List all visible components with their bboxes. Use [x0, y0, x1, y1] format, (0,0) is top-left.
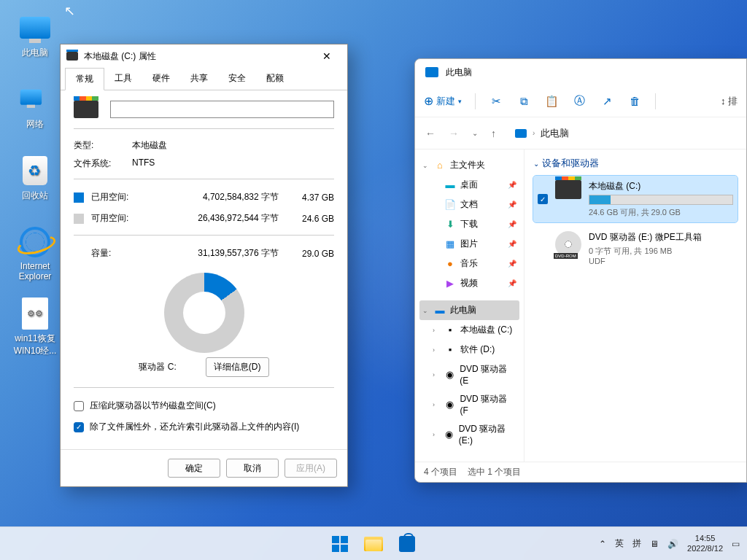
delete-icon[interactable]: 🗑 [627, 94, 642, 109]
drive-name-input[interactable] [110, 101, 334, 118]
free-gb: 24.6 GB [289, 214, 334, 224]
drive-subtitle: 24.6 GB 可用, 共 29.0 GB [589, 207, 733, 218]
tree-videos[interactable]: ▶视频📌 [430, 273, 519, 293]
dialog-title: 本地磁盘 (C:) 属性 [84, 50, 156, 63]
tab-tools[interactable]: 工具 [104, 68, 142, 90]
clock-time: 14:55 [687, 534, 723, 543]
pin-icon: 📌 [508, 181, 516, 189]
checkbox-icon[interactable]: ✓ [74, 422, 84, 432]
tree-dvd-f[interactable]: ›◉DVD 驱动器 (F [430, 389, 519, 419]
up-button[interactable]: ↑ [491, 128, 496, 139]
used-swatch [74, 192, 84, 203]
explorer-titlebar[interactable]: 此电脑 [415, 59, 746, 85]
pin-icon: 📌 [508, 201, 516, 209]
checkbox-icon[interactable] [74, 401, 84, 411]
clock-date: 2022/8/12 [687, 544, 723, 553]
used-label: 已用空间: [91, 191, 144, 203]
drive-name: DVD 驱动器 (E:) 微PE工具箱 [589, 231, 733, 244]
file-icon [22, 298, 48, 330]
copy-icon[interactable]: ⧉ [516, 94, 531, 109]
explorer-statusbar: 4 个项目 选中 1 个项目 [415, 462, 746, 482]
drive-fs: UDF [589, 257, 733, 265]
desktop-icon-network[interactable]: 网络 [7, 82, 63, 131]
tree-dvd-e[interactable]: ›◉DVD 驱动器 (E [430, 359, 519, 389]
tab-sharing[interactable]: 共享 [180, 68, 218, 90]
drive-item-c[interactable]: ✓ 本地磁盘 (C:) 24.6 GB 可用, 共 29.0 GB [533, 176, 738, 222]
new-button[interactable]: ⊕新建▾ [424, 94, 462, 108]
cancel-button[interactable]: 取消 [226, 459, 279, 478]
sort-button[interactable]: ↕ 排 [721, 95, 738, 108]
desktop-icon-ie[interactable]: Internet Explorer [7, 225, 63, 281]
explorer-title-text: 此电脑 [446, 66, 472, 79]
desktop-icon-recyclebin[interactable]: 回收站 [7, 153, 63, 202]
ie-icon [20, 227, 50, 257]
desktop-icon-thispc[interactable]: 此电脑 [7, 10, 63, 59]
tree-dvd-e2[interactable]: ›◉DVD 驱动器 (E:) [430, 419, 519, 449]
tab-general[interactable]: 常规 [65, 68, 104, 90]
store-taskbar-button[interactable] [392, 529, 422, 559]
explorer-window: 此电脑 ⊕新建▾ ✂ ⧉ 📋 Ⓐ ↗ 🗑 ↕ 排 ← → ⌄ ↑ › 此电脑 ⌄… [414, 58, 747, 483]
explorer-taskbar-button[interactable] [359, 529, 388, 559]
dvd-icon [555, 231, 581, 257]
tray-overflow[interactable]: ⌃ [599, 539, 606, 549]
explorer-tree: ⌄⌂主文件夹 ▬桌面📌 📄文档📌 ⬇下载📌 ▦图片📌 ●音乐📌 ▶视频📌 ⌄▬此… [415, 149, 525, 462]
index-checkbox-row[interactable]: ✓ 除了文件属性外，还允许索引此驱动器上文件的内容(I) [74, 416, 334, 438]
ime-mode[interactable]: 拼 [632, 537, 641, 550]
section-header[interactable]: ⌄设备和驱动器 [533, 157, 738, 170]
tree-music[interactable]: ●音乐📌 [430, 254, 519, 273]
tree-desktop[interactable]: ▬桌面📌 [430, 175, 519, 195]
network-icon [20, 90, 42, 105]
paste-icon[interactable]: 📋 [544, 94, 559, 109]
cap-bytes: 31,139,557,376 字节 [144, 247, 289, 260]
icon-label: 此电脑 [7, 47, 63, 59]
volume-tray-icon[interactable]: 🔊 [667, 539, 678, 549]
taskbar: ⌃ 英 拼 🖥 🔊 14:55 2022/8/12 ▭ [0, 526, 747, 560]
tree-drive-d[interactable]: ›▪软件 (D:) [430, 340, 519, 359]
tree-home[interactable]: ⌄⌂主文件夹 [419, 155, 519, 175]
index-label: 除了文件属性外，还允许索引此驱动器上文件的内容(I) [90, 421, 299, 433]
tree-drive-c[interactable]: ›▪本地磁盘 (C:) [430, 320, 519, 340]
network-tray-icon[interactable]: 🖥 [650, 539, 659, 549]
tree-pictures[interactable]: ▦图片📌 [430, 234, 519, 254]
checkbox-icon[interactable]: ✓ [538, 194, 548, 204]
history-dropdown[interactable]: ⌄ [472, 129, 478, 137]
tree-documents[interactable]: 📄文档📌 [430, 195, 519, 214]
tree-thispc[interactable]: ⌄▬此电脑 [419, 300, 519, 320]
dialog-titlebar[interactable]: 本地磁盘 (C:) 属性 ✕ [61, 44, 347, 68]
mouse-cursor: ↖ [64, 3, 75, 19]
ime-lang[interactable]: 英 [615, 537, 624, 550]
tab-bar: 常规 工具 硬件 共享 安全 配额 [61, 68, 347, 90]
explorer-toolbar: ⊕新建▾ ✂ ⧉ 📋 Ⓐ ↗ 🗑 ↕ 排 [415, 85, 746, 117]
back-button[interactable]: ← [425, 128, 436, 139]
separator [655, 93, 656, 109]
start-button[interactable] [325, 529, 355, 559]
detail-button[interactable]: 详细信息(D) [206, 357, 269, 377]
folder-icon [364, 537, 383, 551]
tab-security[interactable]: 安全 [218, 68, 256, 90]
share-icon[interactable]: ↗ [600, 94, 614, 109]
pc-icon [425, 67, 438, 77]
breadcrumb[interactable]: › 此电脑 [515, 127, 569, 140]
compress-checkbox-row[interactable]: 压缩此驱动器以节约磁盘空间(C) [74, 395, 334, 416]
rename-icon[interactable]: Ⓐ [572, 94, 587, 109]
notifications-icon[interactable]: ▭ [732, 539, 740, 549]
drive-item-dvd[interactable]: DVD 驱动器 (E:) 微PE工具箱 0 字节 可用, 共 196 MB UD… [533, 227, 738, 270]
drive-icon [555, 180, 581, 199]
desktop-icon-file[interactable]: win11恢复WIN10经... [7, 296, 63, 357]
icon-label: win11恢复WIN10经... [7, 332, 63, 357]
recyclebin-icon [23, 156, 47, 185]
icon-label: Internet Explorer [7, 261, 63, 281]
forward-button[interactable]: → [449, 128, 459, 139]
apply-button[interactable]: 应用(A) [285, 459, 337, 478]
tab-hardware[interactable]: 硬件 [142, 68, 180, 90]
close-button[interactable]: ✕ [312, 46, 341, 66]
tree-downloads[interactable]: ⬇下载📌 [430, 214, 519, 234]
cut-icon[interactable]: ✂ [489, 94, 503, 109]
icon-label: 网络 [7, 118, 63, 131]
clock[interactable]: 14:55 2022/8/12 [687, 534, 723, 553]
ok-button[interactable]: 确定 [168, 459, 220, 478]
drive-letter-label: 驱动器 C: [139, 361, 176, 373]
tab-quota[interactable]: 配额 [256, 68, 294, 90]
free-bytes: 26,436,972,544 字节 [144, 212, 289, 225]
crumb-text: 此电脑 [541, 127, 569, 140]
